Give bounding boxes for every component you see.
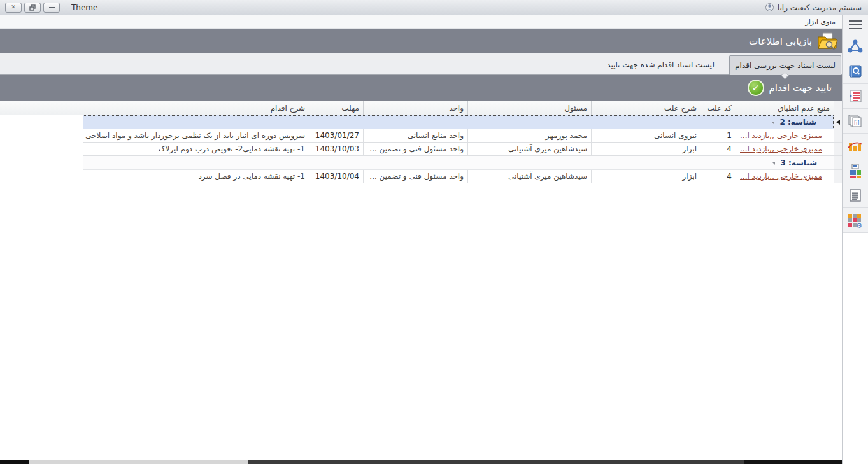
icon-sidebar: [i] [842, 15, 868, 464]
cell-unit: واحد مسئول فنی و تضمین ... [363, 170, 467, 183]
scrollbar-left-cap [0, 460, 29, 464]
documents-grid: منبع عدم انطباق کد علت شرح علت مسئول واح… [0, 101, 842, 183]
table-row[interactable]: ممیزی خارجی ,,بازدید ا...4ابزارسیدشاهین … [0, 143, 842, 156]
collapse-arrow-icon[interactable] [772, 162, 775, 165]
application-window: ✕ Theme سیستم مدیریت کیفیت رایا منوی ابز… [0, 0, 868, 464]
minimize-icon [49, 7, 55, 8]
grid-header-row: منبع عدم انطباق کد علت شرح علت مسئول واح… [0, 101, 842, 115]
window-theme-label: Theme [71, 3, 97, 12]
group-cell[interactable]: شناسه: 2 [83, 115, 834, 129]
svg-text:[i]: [i] [854, 120, 859, 126]
menu-bar: منوی ابزار [0, 15, 842, 29]
banner-approve-action: تایید جهت اقدام ✓ [0, 75, 842, 101]
scrollbar-thumb[interactable] [29, 460, 248, 464]
tab-label: لیست اسناد اقدام شده جهت تایید [607, 60, 715, 69]
app-title-text: سیستم مدیریت کیفیت رایا [778, 3, 862, 12]
scrollbar-right-cap [744, 460, 842, 464]
current-row-arrow-icon [836, 120, 840, 125]
banner-retrieve-info: بازیابی اطلاعات [0, 29, 842, 53]
modules-settings-icon: ⚙ [848, 213, 863, 228]
sidebar-filler [843, 233, 868, 456]
minimize-button[interactable] [43, 3, 60, 13]
column-header-responsible[interactable]: مسئول [467, 101, 591, 115]
tab-documents-for-review[interactable]: لیست اسناد جهت بررسی اقدام [729, 55, 841, 75]
row-indicator [834, 143, 842, 156]
cell-cause-desc: ابزار [591, 143, 701, 156]
close-button[interactable]: ✕ [5, 3, 22, 13]
column-header-unit[interactable]: واحد [363, 101, 467, 115]
svg-text:⚙: ⚙ [856, 221, 862, 228]
row-indicator [834, 156, 842, 170]
column-header-action-desc[interactable]: شرح اقدام [83, 101, 309, 115]
cell-deadline: 1403/10/03 [309, 143, 363, 156]
banner-approve-title: تایید جهت اقدام [769, 82, 832, 94]
cell-nonconformance-source: ممیزی خارجی ,,بازدید ا... [736, 143, 834, 156]
row-indicator [834, 115, 842, 129]
group-cell[interactable]: شناسه: 3 [83, 156, 834, 170]
nonconformance-source-link[interactable]: ممیزی خارجی ,,بازدید ا... [740, 131, 822, 140]
green-check-icon: ✓ [748, 80, 764, 96]
cell-action-desc: سرویس دوره ای انبار باید از یک نظمی برخو… [83, 129, 309, 143]
row-indicator [834, 129, 842, 143]
bar-chart-icon [848, 139, 863, 153]
column-header-filler [0, 101, 83, 115]
stacked-pages-info-icon: [i] [848, 114, 863, 128]
tab-strip: لیست اسناد جهت بررسی اقدام لیست اسناد اق… [0, 53, 842, 75]
column-header-cause-desc[interactable]: شرح علت [591, 101, 701, 115]
sidebar-item-modules[interactable]: ⚙ [843, 208, 868, 233]
cell-cause-code: 1 [701, 129, 736, 143]
sidebar-item-list[interactable] [843, 183, 868, 208]
restore-button[interactable] [24, 3, 41, 13]
list-report-icon [848, 188, 862, 202]
group-label: شناسه: 2 [779, 118, 816, 127]
sidebar-item-search[interactable] [843, 59, 868, 84]
group-label: شناسه: 3 [780, 158, 817, 167]
column-header-deadline[interactable]: مهلت [309, 101, 363, 115]
kanban-monitor-icon [848, 164, 862, 178]
sidebar-item-chart[interactable] [843, 134, 868, 158]
grid-indicator-header [834, 101, 842, 115]
sidebar-item-dashboard[interactable] [843, 158, 868, 183]
sidebar-item-menu[interactable] [843, 15, 868, 34]
cell-nonconformance-source: ممیزی خارجی ,,بازدید ا... [736, 129, 834, 143]
cell-cause-desc: ابزار [591, 170, 701, 183]
group-row[interactable]: شناسه: 3 [0, 156, 842, 170]
title-bar: ✕ Theme سیستم مدیریت کیفیت رایا [0, 0, 868, 15]
horizontal-scrollbar[interactable] [0, 460, 842, 464]
cell-responsible: سیدشاهین میری آشتیانی [467, 170, 591, 183]
table-row[interactable]: ممیزی خارجی ,,بازدید ا...1نیروی انسانیمح… [0, 129, 842, 143]
collapse-arrow-icon[interactable] [771, 122, 774, 125]
menu-item-tools[interactable]: منوی ابزار [805, 18, 836, 26]
app-icon [765, 3, 774, 12]
tab-label: لیست اسناد جهت بررسی اقدام [735, 61, 836, 70]
app-title: سیستم مدیریت کیفیت رایا [765, 3, 863, 12]
row-indicator [834, 170, 842, 183]
banner-retrieve-title: بازیابی اطلاعات [749, 36, 812, 47]
sidebar-item-network[interactable] [843, 34, 868, 59]
cell-nonconformance-source: ممیزی خارجی ,,بازدید ا... [736, 170, 834, 183]
report-document-icon [848, 89, 862, 103]
tab-documents-acted-for-approval[interactable]: لیست اسناد اقدام شده جهت تایید [592, 55, 729, 74]
column-header-nonconformance-source[interactable]: منبع عدم انطباق [736, 101, 834, 115]
nonconformance-source-link[interactable]: ممیزی خارجی ,,بازدید ا... [740, 172, 822, 181]
cell-cause-code: 4 [701, 170, 736, 183]
cell-deadline: 1403/10/04 [309, 170, 363, 183]
table-row[interactable]: ممیزی خارجی ,,بازدید ا...4ابزارسیدشاهین … [0, 170, 842, 183]
sidebar-item-pages[interactable]: [i] [843, 109, 868, 134]
sidebar-item-report[interactable] [843, 84, 868, 109]
cell-action-desc: 1- تهیه نقشه دمایی2- تعویض درب دوم ایرلا… [83, 143, 309, 156]
cell-cause-code: 4 [701, 143, 736, 156]
cell-responsible: سیدشاهین میری آشتیانی [467, 143, 591, 156]
cell-responsible: محمد پورمهر [467, 129, 591, 143]
folder-search-icon [816, 32, 838, 51]
cell-action-desc: 1- تهیه نقشه دمایی در فصل سرد [83, 170, 309, 183]
cell-deadline: 1403/01/27 [309, 129, 363, 143]
hamburger-menu-icon [849, 20, 862, 29]
column-header-cause-code[interactable]: کد علت [701, 101, 736, 115]
restore-icon [29, 4, 36, 11]
network-share-icon [848, 39, 863, 53]
cell-cause-desc: نیروی انسانی [591, 129, 701, 143]
search-book-icon [848, 64, 862, 78]
group-row[interactable]: شناسه: 2 [0, 115, 842, 129]
nonconformance-source-link[interactable]: ممیزی خارجی ,,بازدید ا... [740, 144, 822, 153]
